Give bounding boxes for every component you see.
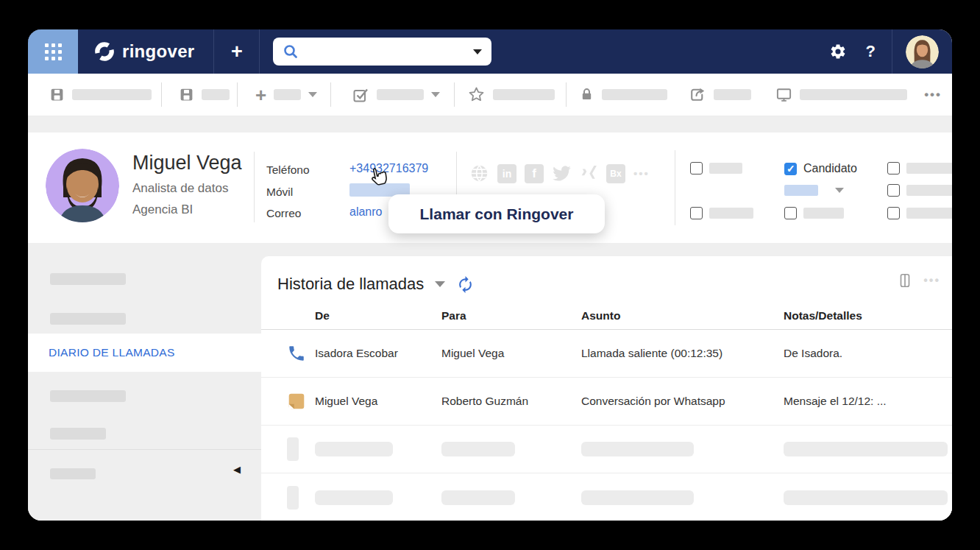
checkbox-label-placeholder [906,185,952,196]
chevron-down-icon[interactable] [435,281,445,287]
cell-placeholder [581,442,694,456]
toolbar-divider [454,82,455,107]
gear-icon [829,43,847,60]
chevron-down-icon [431,92,440,97]
chevron-down-icon [308,92,317,97]
linkedin-icon[interactable]: in [497,164,516,183]
sidebar-divider [28,449,261,450]
checkbox[interactable] [784,207,797,219]
user-avatar[interactable] [906,35,939,68]
add-menu-button[interactable]: + [255,74,317,116]
brand-name: ringover [122,41,194,62]
checkbox[interactable] [887,207,900,219]
social-more-button[interactable]: ••• [633,167,650,180]
chevron-down-icon[interactable] [835,188,844,193]
cell-placeholder [581,490,694,505]
save-icon [179,87,194,102]
column-para: Para [441,309,581,322]
toolbar-divider [161,82,162,107]
panel-more-button[interactable]: ••• [923,274,940,287]
ringover-logo[interactable]: ringover [78,29,214,74]
save-button[interactable] [49,74,152,116]
column-de: De [315,309,441,322]
search-caret-icon[interactable] [473,49,482,54]
toolbar-more-button[interactable]: ••• [924,74,942,116]
add-button[interactable]: + [214,29,260,74]
category-checkbox-row [887,184,952,197]
toolbar-placeholder [800,89,907,100]
tasks-menu-button[interactable] [352,74,440,116]
category-checkbox-row [784,207,844,219]
screen-button[interactable] [775,74,907,116]
category-checkbox-row [690,207,753,219]
toolbar-placeholder [714,89,751,100]
candidate-checkbox-row: Candidato [784,162,857,175]
checkbox-label-placeholder [803,208,844,219]
header-separator [28,116,952,133]
row-icon-cell [287,437,315,461]
column-notas: Notas/Detalles [784,309,952,322]
cell-de: Isadora Escobar [315,347,441,360]
sidebar-item-placeholder [50,273,126,285]
settings-button[interactable] [829,43,847,60]
sidebar-item-call-log[interactable]: DIARIO DE LLAMADAS [28,334,261,372]
share-button[interactable] [688,74,751,116]
checkbox[interactable] [887,184,900,197]
search-input[interactable] [305,46,466,58]
checkbox-label-placeholder [709,163,742,174]
toolbar-divider [330,82,331,107]
xing-icon[interactable] [580,164,598,183]
checkbox[interactable] [887,162,900,174]
checkbox-label-placeholder [906,208,952,219]
cell-asunto: Llamada saliente (00:12:35) [581,347,784,360]
contact-avatar-image [46,149,119,222]
facebook-icon[interactable]: f [525,164,544,183]
candidate-label: Candidato [803,162,857,175]
sidebar-item-placeholder [50,313,126,325]
contact-avatar [46,149,119,222]
cell-placeholder [441,490,515,505]
table-row-placeholder[interactable] [261,426,952,473]
phone-label: Teléfono [266,163,310,177]
toolbar-divider [237,82,238,107]
layout-button[interactable] [897,272,913,289]
table-row[interactable]: Isadora Escobar Miguel Vega Llamada sali… [261,330,952,378]
sidebar: DIARIO DE LLAMADAS ◀ [28,243,261,521]
table-row[interactable]: Miguel Vega Roberto Guzmán Conversación … [261,378,952,426]
checkbox[interactable] [690,162,703,174]
apps-grid-button[interactable] [28,29,78,74]
twitter-icon[interactable] [552,163,572,183]
record-toolbar: + [28,74,952,116]
email-link[interactable]: alanro [349,205,382,219]
bullhorn-connect-icon[interactable]: Bx [606,164,625,183]
cell-placeholder [315,442,393,456]
category-checkbox-row [887,207,952,219]
apps-grid-icon [45,43,62,60]
candidate-checkbox[interactable] [784,163,797,175]
search-bar[interactable] [273,38,491,66]
favorite-button[interactable] [467,74,555,116]
privacy-button[interactable] [579,74,667,116]
website-icon[interactable] [469,163,489,183]
save-secondary-button[interactable] [179,74,230,116]
category-checkbox-row [887,162,952,174]
panel-title: Historia de llamadas [277,275,424,294]
note-icon [287,392,306,411]
row-icon-cell [287,392,315,411]
table-row-placeholder[interactable] [261,473,952,521]
pointer-cursor [369,166,391,193]
toolbar-placeholder [274,89,301,100]
sidebar-collapse-button[interactable]: ◀ [233,464,241,475]
cell-placeholder [315,490,393,505]
checkbox-label-placeholder [709,208,753,219]
email-label: Correo [266,207,301,220]
refresh-button[interactable] [456,275,475,294]
help-button[interactable]: ? [866,42,876,61]
call-tooltip: Llamar con Ringover [388,194,605,233]
status-value-redacted[interactable] [784,185,818,196]
nav-divider [892,29,892,74]
cell-placeholder [441,442,515,456]
checkbox[interactable] [690,207,703,219]
cell-placeholder [784,442,948,456]
cell-asunto: Conversación por Whatsapp [581,395,784,408]
